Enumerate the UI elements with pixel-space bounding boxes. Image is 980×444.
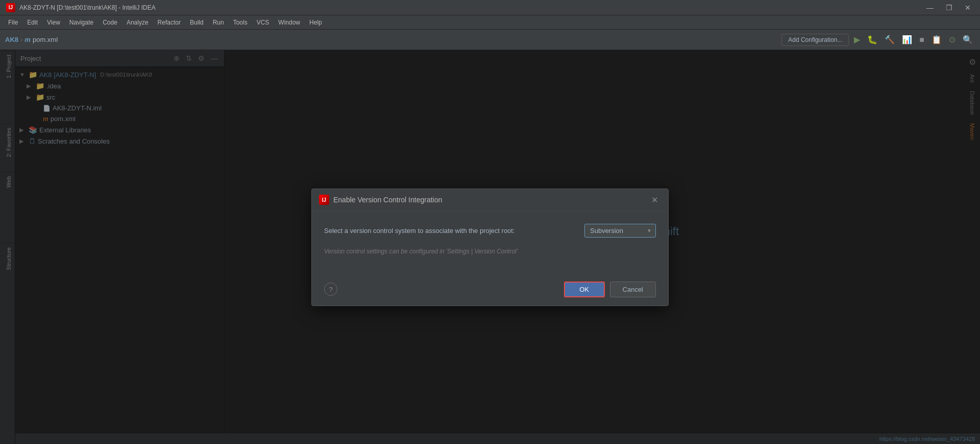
build-button[interactable]: 🔨 [883, 33, 897, 46]
menu-view[interactable]: View [43, 17, 64, 28]
debug-button[interactable]: 🐛 [865, 33, 879, 46]
toolbar-right: Add Configuration... ▶ 🐛 🔨 📊 ■ 📋 ⊙ 🔍 [781, 33, 975, 46]
menu-edit[interactable]: Edit [23, 17, 42, 28]
run-button[interactable]: ▶ [852, 33, 862, 46]
run-dashboard-button[interactable]: 📋 [929, 33, 944, 46]
toolbar: AK8 › m pom.xml Add Configuration... ▶ 🐛… [0, 30, 980, 50]
menu-help[interactable]: Help [305, 17, 326, 28]
modal-footer-right: OK Cancel [564, 282, 656, 297]
modal-vcs-label: Select a version control system to assoc… [324, 227, 576, 235]
menu-build[interactable]: Build [186, 17, 208, 28]
enable-vcs-dialog: IJ Enable Version Control Integration ✕ … [311, 189, 669, 306]
modal-close-button[interactable]: ✕ [648, 194, 661, 206]
modal-overlay: IJ Enable Version Control Integration ✕ … [0, 50, 980, 444]
modal-cancel-button[interactable]: Cancel [610, 282, 656, 297]
modal-hint: Version control settings can be configur… [324, 248, 656, 255]
title-bar-left: IJ AK8-ZDYT-N [D:\test001\trunk\AK8] - I… [6, 3, 156, 12]
modal-header: IJ Enable Version Control Integration ✕ [312, 189, 668, 212]
menu-analyze[interactable]: Analyze [122, 17, 153, 28]
menu-file[interactable]: File [4, 17, 22, 28]
minimize-button[interactable]: — [923, 3, 937, 13]
search-everywhere-button[interactable]: 🔍 [961, 33, 975, 46]
maximize-button[interactable]: ❐ [943, 3, 955, 13]
menu-bar: File Edit View Navigate Code Analyze Ref… [0, 15, 980, 30]
menu-navigate[interactable]: Navigate [65, 17, 97, 28]
menu-refactor[interactable]: Refactor [154, 17, 185, 28]
add-configuration-button[interactable]: Add Configuration... [781, 34, 849, 46]
modal-footer: ? OK Cancel [312, 275, 668, 306]
vcs-select-wrapper: Subversion Git Mercurial CVS None [584, 224, 656, 238]
menu-vcs[interactable]: VCS [253, 17, 274, 28]
git-button[interactable]: ⊙ [947, 33, 958, 46]
window-title: AK8-ZDYT-N [D:\test001\trunk\AK8] - Inte… [19, 4, 156, 11]
app-logo: IJ [6, 3, 15, 12]
profile-button[interactable]: 📊 [900, 33, 914, 46]
title-bar: IJ AK8-ZDYT-N [D:\test001\trunk\AK8] - I… [0, 0, 980, 15]
modal-body: Select a version control system to assoc… [312, 212, 668, 275]
breadcrumb-root: AK8 [5, 36, 18, 43]
modal-logo: IJ [319, 195, 329, 205]
menu-run[interactable]: Run [209, 17, 228, 28]
modal-vcs-row: Select a version control system to assoc… [324, 224, 656, 238]
breadcrumb-file: pom.xml [33, 36, 58, 43]
breadcrumb: AK8 › m pom.xml [5, 36, 779, 43]
menu-code[interactable]: Code [99, 17, 121, 28]
close-button[interactable]: ✕ [962, 3, 974, 13]
stop-button[interactable]: ■ [917, 33, 926, 46]
vcs-select[interactable]: Subversion Git Mercurial CVS None [584, 224, 656, 238]
menu-window[interactable]: Window [274, 17, 304, 28]
modal-ok-button[interactable]: OK [564, 282, 605, 297]
breadcrumb-sep: › [20, 36, 22, 43]
menu-tools[interactable]: Tools [229, 17, 252, 28]
main-layout: 1: Project 2: Favorites Web Structure Pr… [0, 50, 980, 444]
modal-help-button[interactable]: ? [324, 283, 337, 296]
modal-title: Enable Version Control Integration [333, 196, 644, 204]
breadcrumb-m-icon: m [24, 36, 31, 43]
title-bar-controls: — ❐ ✕ [923, 3, 974, 13]
